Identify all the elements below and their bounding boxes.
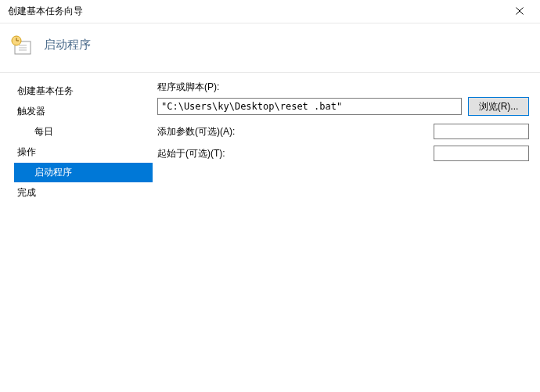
- program-input[interactable]: [157, 98, 462, 115]
- content-pane: 程序或脚本(P): 浏览(R)... 添加参数(可选)(A): 起始于(可选)(…: [153, 81, 540, 203]
- wizard-sidebar: 创建基本任务 触发器 每日 操作 启动程序 完成: [0, 81, 153, 203]
- browse-button[interactable]: 浏览(R)...: [468, 97, 529, 116]
- close-button[interactable]: [506, 1, 534, 23]
- startin-label: 起始于(可选)(T):: [157, 147, 434, 160]
- wizard-body: 创建基本任务 触发器 每日 操作 启动程序 完成 程序或脚本(P): 浏览(R)…: [0, 73, 540, 203]
- titlebar: 创建基本任务向导: [0, 0, 540, 23]
- program-label: 程序或脚本(P):: [157, 81, 529, 94]
- wizard-icon: [11, 34, 34, 58]
- args-input[interactable]: [434, 124, 529, 139]
- page-title: 启动程序: [44, 38, 91, 52]
- sidebar-item-trigger-daily[interactable]: 每日: [14, 122, 153, 142]
- args-label: 添加参数(可选)(A):: [157, 125, 434, 138]
- sidebar-item-create-task[interactable]: 创建基本任务: [14, 81, 153, 101]
- window-title: 创建基本任务向导: [8, 5, 506, 18]
- sidebar-item-action[interactable]: 操作: [14, 142, 153, 162]
- close-icon: [516, 6, 524, 17]
- sidebar-item-start-program[interactable]: 启动程序: [14, 163, 153, 182]
- sidebar-item-trigger[interactable]: 触发器: [14, 102, 153, 121]
- wizard-header: 启动程序: [0, 23, 540, 73]
- startin-input[interactable]: [434, 146, 529, 161]
- sidebar-item-finish[interactable]: 完成: [14, 183, 153, 203]
